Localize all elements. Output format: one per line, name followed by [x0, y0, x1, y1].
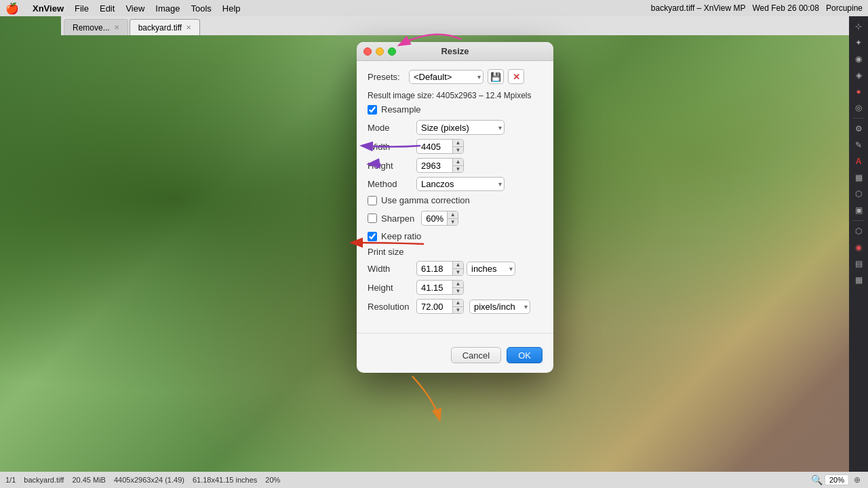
menu-image[interactable]: Image: [155, 3, 180, 14]
apple-menu[interactable]: 🍎: [5, 2, 19, 15]
mode-row: Mode Size (pixels) Percentage Resolution…: [368, 120, 542, 135]
maximize-button[interactable]: [388, 47, 396, 56]
sidebar-icon-chat[interactable]: ◎: [851, 100, 866, 115]
sidebar-icon-1[interactable]: ⊹: [851, 19, 866, 34]
resize-dialog: Resize Presets: <Default> ▾ 💾 ✕ Result i…: [357, 42, 553, 373]
tab-bar: Remove... ✕ backyard.tiff ✕: [61, 16, 849, 35]
height-increment-button[interactable]: ▲: [452, 159, 463, 166]
resolution-unit-wrapper: pixels/inch pixels/cm ▾: [469, 300, 530, 314]
presets-close-button[interactable]: ✕: [508, 69, 524, 84]
dialog-button-row: Cancel OK: [357, 340, 553, 373]
print-height-increment-button[interactable]: ▲: [452, 281, 463, 288]
statusbar: 1/1 backyard.tiff 20.45 MiB 4405x2963x24…: [0, 472, 868, 488]
menu-edit[interactable]: Edit: [100, 3, 115, 14]
resample-label[interactable]: Resample: [381, 104, 421, 115]
menubar: 🍎 XnView File Edit View Image Tools Help…: [0, 0, 868, 16]
height-decrement-button[interactable]: ▼: [452, 166, 463, 173]
zoom-input[interactable]: [825, 474, 849, 485]
menu-help[interactable]: Help: [222, 3, 241, 14]
dialog-overlay: Resize Presets: <Default> ▾ 💾 ✕ Result i…: [61, 35, 849, 472]
dialog-divider: [357, 333, 553, 333]
height-spin-buttons: ▲ ▼: [452, 159, 463, 172]
zoom-out-button[interactable]: 🔍: [811, 474, 822, 485]
tab-backyard[interactable]: backyard.tiff ✕: [130, 19, 200, 35]
menu-view[interactable]: View: [125, 3, 144, 14]
resolution-increment-button[interactable]: ▲: [452, 300, 463, 307]
print-width-unit-select[interactable]: inches cm mm: [467, 262, 515, 276]
sidebar-icon-hex2[interactable]: ⬡: [851, 224, 866, 239]
width-spinbox-wrapper: ▲ ▼: [416, 139, 464, 154]
print-height-spinbox-wrapper: ▲ ▼: [416, 280, 464, 295]
tab-remove-label: Remove...: [73, 23, 110, 33]
sidebar-icon-globe[interactable]: ◉: [851, 52, 866, 66]
print-height-decrement-button[interactable]: ▼: [452, 288, 463, 295]
height-spinbox-wrapper: ▲ ▼: [416, 158, 464, 173]
dialog-content: Presets: <Default> ▾ 💾 ✕ Result image si…: [357, 61, 553, 326]
menu-xnview[interactable]: XnView: [33, 3, 64, 14]
statusbar-zoom-controls: 🔍 ⊕: [811, 474, 863, 485]
tab-remove-close[interactable]: ✕: [114, 24, 119, 31]
sharpen-label[interactable]: Sharpen: [381, 214, 414, 224]
sidebar-icon-red2[interactable]: ◉: [851, 240, 866, 255]
method-row: Method Lanczos Bilinear Bicubic ▾: [368, 177, 542, 191]
sharpen-checkbox[interactable]: [368, 214, 377, 223]
resolution-label: Resolution: [368, 302, 416, 312]
sharpen-spin-buttons: ▲ ▼: [447, 211, 458, 225]
dialog-title: Resize: [441, 46, 469, 56]
print-height-row: Height ▲ ▼: [368, 280, 542, 295]
ok-button[interactable]: OK: [507, 347, 542, 363]
sidebar-separator-2: [852, 220, 865, 221]
sidebar-icon-folder[interactable]: ▦: [851, 272, 866, 287]
sidebar-icon-red[interactable]: ●: [851, 84, 866, 99]
sidebar-icon-2[interactable]: ✦: [851, 35, 866, 50]
tab-backyard-close[interactable]: ✕: [186, 24, 191, 31]
gamma-checkbox[interactable]: [368, 196, 377, 205]
method-select[interactable]: Lanczos Bilinear Bicubic: [416, 177, 505, 191]
sidebar-icon-files[interactable]: ▤: [851, 256, 866, 271]
traffic-lights: [363, 47, 396, 56]
sidebar-icon-fox[interactable]: ◈: [851, 68, 866, 83]
resolution-spin-buttons: ▲ ▼: [452, 300, 463, 313]
print-width-spinbox-wrapper: ▲ ▼: [416, 261, 464, 276]
width-decrement-button[interactable]: ▼: [452, 147, 463, 154]
resolution-decrement-button[interactable]: ▼: [452, 307, 463, 314]
sidebar-icon-gear[interactable]: ⚙: [851, 121, 866, 136]
sharpen-decrement-button[interactable]: ▼: [447, 219, 458, 226]
keepratio-checkbox[interactable]: [368, 232, 377, 241]
sidebar-icon-image[interactable]: ▦: [851, 170, 866, 185]
print-size-title: Print size: [368, 247, 542, 257]
gamma-row: Use gamma correction: [368, 195, 542, 205]
zoom-in-button[interactable]: ⊕: [852, 474, 863, 485]
keepratio-label[interactable]: Keep ratio: [381, 231, 421, 241]
width-increment-button[interactable]: ▲: [452, 140, 463, 147]
presets-save-button[interactable]: 💾: [488, 69, 504, 84]
print-width-decrement-button[interactable]: ▼: [452, 269, 463, 276]
cancel-button[interactable]: Cancel: [451, 347, 501, 363]
username: Porcupine: [826, 3, 863, 13]
close-button[interactable]: [363, 47, 372, 56]
sharpen-increment-button[interactable]: ▲: [447, 211, 458, 219]
sidebar-icon-hex[interactable]: ⬡: [851, 186, 866, 201]
print-width-spin-buttons: ▲ ▼: [452, 262, 463, 275]
sharpen-row: Sharpen ▲ ▼: [368, 211, 542, 226]
presets-select[interactable]: <Default>: [409, 70, 484, 84]
mode-select[interactable]: Size (pixels) Percentage Resolution: [416, 120, 505, 135]
menu-file[interactable]: File: [75, 3, 89, 14]
presets-label: Presets:: [368, 72, 405, 82]
status-zoom: 20%: [265, 476, 280, 484]
method-select-wrapper: Lanczos Bilinear Bicubic ▾: [416, 177, 505, 191]
sidebar-icon-pkg[interactable]: ▣: [851, 203, 866, 218]
print-width-increment-button[interactable]: ▲: [452, 262, 463, 269]
minimize-button[interactable]: [376, 47, 384, 56]
sidebar-icon-a[interactable]: A: [851, 154, 866, 169]
datetime: Wed Feb 26 00:08: [752, 3, 819, 13]
mode-select-wrapper: Size (pixels) Percentage Resolution ▾: [416, 120, 505, 135]
resample-checkbox[interactable]: [368, 105, 377, 115]
menu-tools[interactable]: Tools: [191, 3, 211, 14]
resolution-unit-select[interactable]: pixels/inch pixels/cm: [469, 300, 530, 314]
gamma-label[interactable]: Use gamma correction: [381, 195, 470, 205]
tab-remove[interactable]: Remove... ✕: [64, 19, 128, 35]
tab-backyard-label: backyard.tiff: [138, 23, 182, 33]
resolution-wrapper: ▲ ▼ pixels/inch pixels/cm ▾: [416, 299, 530, 314]
sidebar-icon-text[interactable]: ✎: [851, 138, 866, 152]
